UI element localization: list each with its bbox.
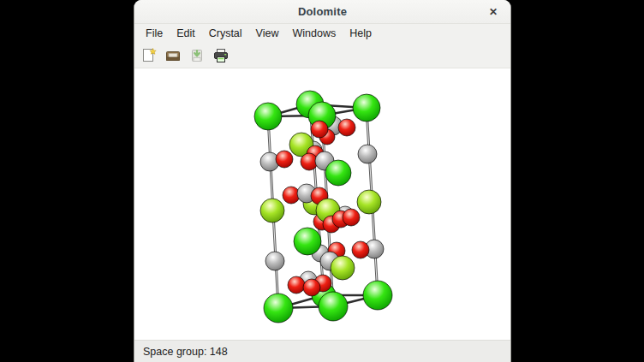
save-file-button[interactable] <box>188 46 206 65</box>
atom-ca[interactable] <box>363 281 392 310</box>
menu-help[interactable]: Help <box>343 25 379 42</box>
menu-bar: FileEditCrystalViewWindowsHelp <box>134 24 510 43</box>
menu-view[interactable]: View <box>249 25 286 42</box>
status-bar: Space group: 148 <box>134 340 510 362</box>
new-document-icon <box>140 47 158 64</box>
atom-ca[interactable] <box>353 94 380 122</box>
menu-edit[interactable]: Edit <box>170 25 202 42</box>
save-download-icon <box>188 47 206 64</box>
window-title: Dolomite <box>298 5 347 18</box>
structure-viewport[interactable] <box>134 68 510 340</box>
atom-o[interactable] <box>343 209 360 226</box>
print-button[interactable] <box>212 46 230 65</box>
atom-o[interactable] <box>311 121 328 138</box>
atom-ca[interactable] <box>294 228 321 255</box>
crystal-svg <box>134 68 510 340</box>
atom-ca[interactable] <box>325 160 351 186</box>
atom-mg[interactable] <box>357 190 381 214</box>
atom-o[interactable] <box>288 276 305 294</box>
atom-o[interactable] <box>276 151 293 168</box>
atom-c[interactable] <box>265 252 284 270</box>
desktop-background: Dolomite ✕ FileEditCrystalViewWindowsHel… <box>0 0 644 362</box>
atom-ca[interactable] <box>264 294 293 323</box>
app-window: Dolomite ✕ FileEditCrystalViewWindowsHel… <box>134 0 511 362</box>
atom-ca[interactable] <box>254 103 282 130</box>
atom-o[interactable] <box>352 241 369 258</box>
atom-ca[interactable] <box>319 292 348 321</box>
toolbar <box>134 43 510 68</box>
open-file-button[interactable] <box>164 46 182 65</box>
menu-file[interactable]: File <box>139 25 170 42</box>
close-icon[interactable]: ✕ <box>486 5 500 19</box>
space-group-label: Space group: 148 <box>143 346 228 358</box>
printer-icon <box>212 47 230 64</box>
menu-windows[interactable]: Windows <box>285 25 343 42</box>
atom-mg[interactable] <box>260 199 284 223</box>
atom-o[interactable] <box>303 279 320 296</box>
new-document-button[interactable] <box>140 46 158 65</box>
atom-mg[interactable] <box>331 256 355 280</box>
open-folder-icon <box>164 47 182 64</box>
atom-o[interactable] <box>338 119 355 136</box>
atom-c[interactable] <box>358 145 377 163</box>
title-bar[interactable]: Dolomite ✕ <box>134 0 510 24</box>
menu-crystal[interactable]: Crystal <box>202 25 249 42</box>
